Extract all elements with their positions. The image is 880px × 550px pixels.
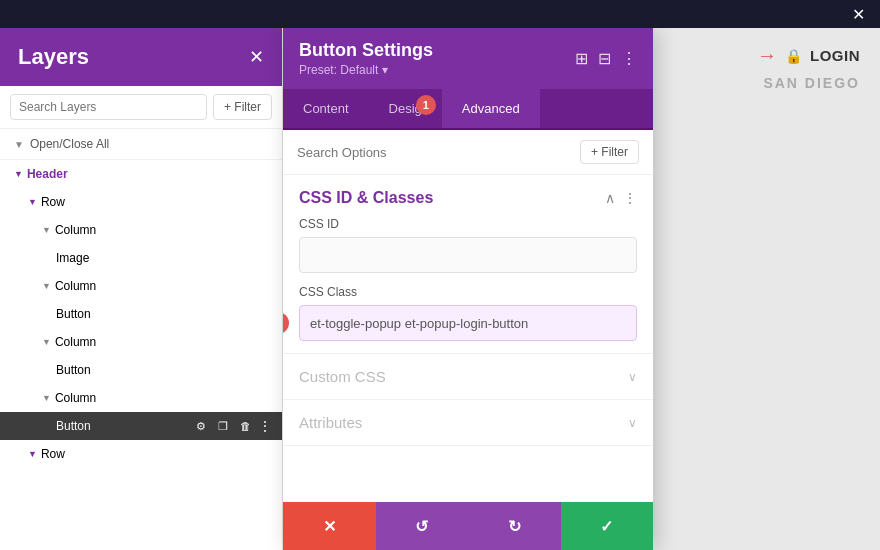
settings-icon-col3[interactable]: ⚙ (192, 333, 210, 351)
settings-icon-col2[interactable]: ⚙ (192, 277, 210, 295)
tree-label-image: Image (56, 251, 192, 265)
tree-caret-col1: ▼ (42, 225, 51, 235)
more-icon-col2[interactable]: ⋮ (258, 278, 272, 294)
layers-close-button[interactable]: ✕ (249, 46, 264, 68)
tree-label-button1: Button (56, 307, 192, 321)
modal-search-input[interactable] (297, 145, 572, 160)
duplicate-icon-col2[interactable]: ❐ (214, 277, 232, 295)
duplicate-icon-header[interactable]: ❐ (214, 165, 232, 183)
delete-icon-row2[interactable]: 🗑 (236, 445, 254, 463)
delete-icon-button3[interactable]: 🗑 (236, 417, 254, 435)
more-icon-image[interactable]: ⋮ (258, 250, 272, 266)
modal-search: + Filter (283, 130, 653, 175)
delete-icon-row1[interactable]: 🗑 (236, 193, 254, 211)
open-close-all[interactable]: ▼ Open/Close All (0, 129, 282, 160)
section-attributes-title: Attributes (299, 414, 362, 431)
more-icon-col1[interactable]: ⋮ (258, 222, 272, 238)
main-layout: Layers ✕ + Filter ▼ Open/Close All ▼ Hea… (0, 28, 880, 550)
more-icon-row2[interactable]: ⋮ (258, 446, 272, 462)
tree-item-col-4[interactable]: ▼ Column ⚙ ❐ 🗑 ⋮ (0, 384, 282, 412)
open-close-caret: ▼ (14, 139, 24, 150)
tree-label-row2: Row (41, 447, 192, 461)
section-custom-css[interactable]: Custom CSS ∨ (283, 354, 653, 400)
modal-area: Button Settings Preset: Default ▾ ⊞ ⊟ ⋮ … (283, 28, 880, 550)
section-collapse-icon[interactable]: ∧ (605, 190, 615, 206)
settings-icon-button1[interactable]: ⚙ (192, 305, 210, 323)
cancel-button[interactable]: ✕ (283, 502, 376, 550)
more-icon-header[interactable]: ⋮ (258, 166, 272, 182)
undo-button[interactable]: ↺ (376, 502, 469, 550)
section-css-id-classes-header[interactable]: CSS ID & Classes ∧ ⋮ (283, 175, 653, 217)
tree-item-button-2[interactable]: Button ⚙ ❐ 🗑 ⋮ (0, 356, 282, 384)
settings-icon-col4[interactable]: ⚙ (192, 389, 210, 407)
tree-item-row-2[interactable]: ▼ Row ⚙ ❐ 🗑 ⋮ (0, 440, 282, 468)
more-icon-col3[interactable]: ⋮ (258, 334, 272, 350)
tab-content[interactable]: Content (283, 89, 369, 128)
modal-filter-button[interactable]: + Filter (580, 140, 639, 164)
save-button[interactable]: ✓ (561, 502, 654, 550)
modal-split-icon[interactable]: ⊟ (598, 49, 611, 68)
delete-icon-col2[interactable]: 🗑 (236, 277, 254, 295)
custom-css-chevron: ∨ (628, 370, 637, 384)
duplicate-icon-button2[interactable]: ❐ (214, 361, 232, 379)
settings-icon-row1[interactable]: ⚙ (192, 193, 210, 211)
section-attributes[interactable]: Attributes ∨ (283, 400, 653, 446)
layers-filter-button[interactable]: + Filter (213, 94, 272, 120)
settings-icon-image[interactable]: ⚙ (192, 249, 210, 267)
css-class-field-group: CSS Class 2 (283, 285, 653, 353)
login-arrow-icon: → (757, 44, 777, 67)
duplicate-icon-image[interactable]: ❐ (214, 249, 232, 267)
tree-item-col-2[interactable]: ▼ Column ⚙ ❐ 🗑 ⋮ (0, 272, 282, 300)
duplicate-icon-col4[interactable]: ❐ (214, 389, 232, 407)
delete-icon-header[interactable]: 🗑 (236, 165, 254, 183)
more-icon-button2[interactable]: ⋮ (258, 362, 272, 378)
tree-label-button2: Button (56, 363, 192, 377)
delete-icon-col1[interactable]: 🗑 (236, 221, 254, 239)
settings-icon-button2[interactable]: ⚙ (192, 361, 210, 379)
more-icon-button3[interactable]: ⋮ (258, 418, 272, 434)
section-more-icon[interactable]: ⋮ (623, 190, 637, 206)
css-class-input[interactable] (299, 305, 637, 341)
duplicate-icon-row2[interactable]: ❐ (214, 445, 232, 463)
delete-icon-col4[interactable]: 🗑 (236, 389, 254, 407)
tree-item-button-1[interactable]: Button ⚙ ❐ 🗑 ⋮ (0, 300, 282, 328)
redo-button[interactable]: ↻ (468, 502, 561, 550)
section-actions: ∧ ⋮ (605, 190, 637, 206)
tree-item-button-3-active[interactable]: Button ⚙ ❐ 🗑 ⋮ (0, 412, 282, 440)
tab-design[interactable]: Desig 1 (369, 89, 442, 128)
modal-header: Button Settings Preset: Default ▾ ⊞ ⊟ ⋮ (283, 28, 653, 89)
modal-more-icon[interactable]: ⋮ (621, 49, 637, 68)
delete-icon-button2[interactable]: 🗑 (236, 361, 254, 379)
tree-item-image[interactable]: Image ⚙ ❐ 🗑 ⋮ (0, 244, 282, 272)
duplicate-icon-col1[interactable]: ❐ (214, 221, 232, 239)
tree-item-col-1[interactable]: ▼ Column ⚙ ❐ 🗑 ⋮ (0, 216, 282, 244)
layers-search-input[interactable] (10, 94, 207, 120)
more-icon-button1[interactable]: ⋮ (258, 306, 272, 322)
duplicate-icon-button1[interactable]: ❐ (214, 305, 232, 323)
tree-item-col-3[interactable]: ▼ Column ⚙ ❐ 🗑 ⋮ (0, 328, 282, 356)
button-settings-modal: Button Settings Preset: Default ▾ ⊞ ⊟ ⋮ … (283, 28, 653, 550)
modal-preset: Preset: Default ▾ (299, 63, 433, 77)
duplicate-icon-button3[interactable]: ❐ (214, 417, 232, 435)
more-icon-row1[interactable]: ⋮ (258, 194, 272, 210)
tree-item-row-1[interactable]: ▼ Row ⚙ ❐ 🗑 ⋮ (0, 188, 282, 216)
settings-icon-button3[interactable]: ⚙ (192, 417, 210, 435)
duplicate-icon-row1[interactable]: ❐ (214, 193, 232, 211)
css-id-input[interactable] (299, 237, 637, 273)
settings-icon-header[interactable]: ⚙ (192, 165, 210, 183)
modal-expand-icon[interactable]: ⊞ (575, 49, 588, 68)
settings-icon-row2[interactable]: ⚙ (192, 445, 210, 463)
tab-advanced[interactable]: Advanced (442, 89, 540, 128)
delete-icon-col3[interactable]: 🗑 (236, 333, 254, 351)
delete-icon-button1[interactable]: 🗑 (236, 305, 254, 323)
delete-icon-image[interactable]: 🗑 (236, 249, 254, 267)
duplicate-icon-col3[interactable]: ❐ (214, 333, 232, 351)
css-id-label: CSS ID (299, 217, 637, 231)
more-icon-col4[interactable]: ⋮ (258, 390, 272, 406)
settings-icon-col1[interactable]: ⚙ (192, 221, 210, 239)
tree-item-header[interactable]: ▼ Header ⚙ ❐ 🗑 ⋮ (0, 160, 282, 188)
tree-label-button3: Button (56, 419, 192, 433)
top-bar-close-button[interactable]: ✕ (848, 4, 868, 24)
section-custom-css-title: Custom CSS (299, 368, 386, 385)
tree-caret-col3: ▼ (42, 337, 51, 347)
